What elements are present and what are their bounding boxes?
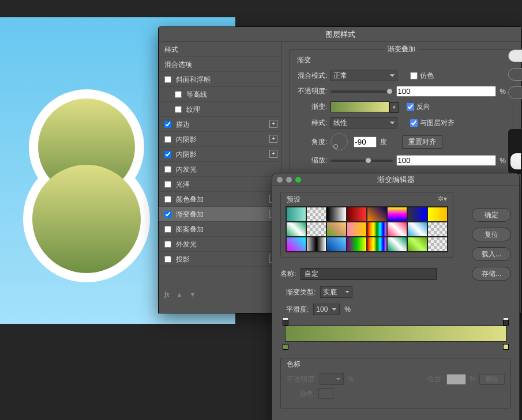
preset-swatch[interactable]: [326, 237, 347, 252]
name-input[interactable]: [301, 268, 437, 280]
preset-swatch[interactable]: [367, 207, 387, 222]
side-pill[interactable]: [508, 68, 522, 81]
gradient-type-label: 渐变类型:: [286, 287, 316, 297]
presets-menu-icon[interactable]: ✲▾: [438, 195, 447, 203]
preset-swatch[interactable]: [286, 222, 306, 237]
smoothness-select[interactable]: 100: [313, 304, 340, 315]
preset-swatch[interactable]: [286, 237, 306, 252]
gradient-bar[interactable]: [285, 326, 506, 342]
align-layer-label: 与图层对齐: [420, 118, 455, 128]
reset-button[interactable]: 复位: [472, 228, 511, 241]
angle-input[interactable]: [354, 137, 377, 147]
effect-checkbox[interactable]: [164, 121, 171, 128]
effect-row[interactable]: 渐变叠加+: [159, 207, 281, 222]
side-pill[interactable]: [508, 50, 522, 62]
opacity-input[interactable]: [396, 86, 496, 97]
preset-swatch[interactable]: [367, 222, 387, 237]
preset-swatch[interactable]: [427, 222, 448, 237]
align-layer-checkbox[interactable]: [410, 119, 418, 127]
effect-label: 投影: [176, 252, 190, 267]
ok-button[interactable]: 确定: [472, 208, 511, 222]
gradient-swatch[interactable]: ▼: [331, 101, 389, 112]
reset-align-button[interactable]: 重置对齐: [402, 135, 442, 149]
add-effect-icon[interactable]: +: [269, 150, 277, 158]
opacity-slider[interactable]: [331, 90, 393, 93]
angle-dial[interactable]: [331, 133, 348, 150]
effect-label: 纹理: [186, 102, 200, 117]
angle-label: 角度:: [297, 137, 327, 147]
add-effect-icon[interactable]: +: [269, 135, 277, 143]
color-stop[interactable]: [283, 344, 288, 350]
effect-checkbox[interactable]: [164, 211, 171, 218]
effect-row[interactable]: 投影+: [159, 252, 281, 267]
side-tab[interactable]: [510, 153, 521, 169]
effect-checkbox[interactable]: [164, 196, 171, 203]
effect-checkbox[interactable]: [164, 181, 171, 188]
preset-swatch[interactable]: [347, 207, 367, 222]
opacity-stop[interactable]: [503, 320, 509, 326]
effect-row[interactable]: 内阴影+: [159, 147, 281, 162]
color-stop[interactable]: [503, 344, 509, 350]
effect-label: 图案叠加: [176, 222, 204, 237]
effect-row[interactable]: 纹理: [159, 102, 281, 117]
load-button[interactable]: 载入...: [472, 247, 511, 261]
effects-list: 样式 混合选项 斜面和浮雕等高线纹理描边+内阴影+内阴影+内发光光泽颜色叠加+渐…: [159, 42, 281, 302]
save-button[interactable]: 存储...: [472, 267, 511, 281]
style-select[interactable]: 线性: [331, 117, 397, 128]
arrow-up-icon[interactable]: ▲: [176, 286, 183, 302]
preset-swatch[interactable]: [286, 207, 306, 222]
preset-swatch[interactable]: [326, 207, 347, 222]
effect-label: 内发光: [176, 162, 197, 177]
preset-swatch[interactable]: [306, 237, 326, 252]
arrow-down-icon[interactable]: ▼: [190, 286, 196, 302]
effect-row[interactable]: 描边+: [159, 117, 281, 132]
preset-swatch[interactable]: [347, 237, 367, 252]
preset-swatch[interactable]: [387, 222, 407, 237]
effect-row[interactable]: 斜面和浮雕: [159, 72, 281, 87]
preset-swatch[interactable]: [407, 237, 427, 252]
effect-row[interactable]: 光泽: [159, 177, 281, 192]
effect-row[interactable]: 图案叠加: [159, 222, 281, 237]
gradient-dropdown-icon[interactable]: ▼: [389, 102, 399, 113]
effect-checkbox[interactable]: [164, 226, 171, 233]
preset-swatch[interactable]: [306, 207, 326, 222]
effect-checkbox[interactable]: [164, 76, 171, 83]
fx-icon[interactable]: fx: [164, 286, 170, 302]
styles-header[interactable]: 样式: [159, 42, 281, 57]
blend-options[interactable]: 混合选项: [159, 57, 281, 72]
effect-checkbox[interactable]: [164, 151, 171, 158]
side-pill[interactable]: [508, 86, 522, 99]
gradient-editor-titlebar[interactable]: 渐变编辑器: [272, 173, 519, 186]
opacity-stop[interactable]: [283, 320, 288, 326]
preset-swatch[interactable]: [306, 222, 326, 237]
layer-style-title[interactable]: 图层样式: [159, 27, 521, 42]
effect-checkbox[interactable]: [175, 91, 182, 98]
preset-swatch[interactable]: [427, 237, 448, 252]
effect-checkbox[interactable]: [175, 106, 182, 113]
dither-checkbox[interactable]: [410, 72, 418, 80]
gradient-type-select[interactable]: 实底: [320, 286, 352, 298]
effect-checkbox[interactable]: [164, 256, 171, 263]
scale-slider[interactable]: [331, 160, 393, 162]
effect-row[interactable]: 颜色叠加+: [159, 192, 281, 207]
effect-row[interactable]: 外发光: [159, 237, 281, 252]
preset-swatch[interactable]: [326, 222, 347, 237]
preset-swatch[interactable]: [387, 207, 407, 222]
effect-row[interactable]: 等高线: [159, 87, 281, 102]
effect-checkbox[interactable]: [164, 241, 171, 248]
blend-mode-select[interactable]: 正常: [331, 70, 397, 81]
effect-checkbox[interactable]: [164, 136, 171, 143]
group-subtitle: 渐变: [297, 55, 506, 65]
effect-row[interactable]: 内阴影+: [159, 132, 281, 147]
preset-swatch[interactable]: [427, 207, 448, 222]
preset-swatch[interactable]: [347, 222, 367, 237]
effect-checkbox[interactable]: [164, 166, 171, 173]
preset-swatch[interactable]: [387, 237, 407, 252]
preset-swatch[interactable]: [367, 237, 387, 252]
preset-swatch[interactable]: [407, 207, 427, 222]
preset-swatch[interactable]: [407, 222, 427, 237]
effect-row[interactable]: 内发光: [159, 162, 281, 177]
add-effect-icon[interactable]: +: [269, 120, 277, 128]
reverse-checkbox[interactable]: [407, 103, 414, 111]
scale-input[interactable]: [396, 155, 496, 166]
